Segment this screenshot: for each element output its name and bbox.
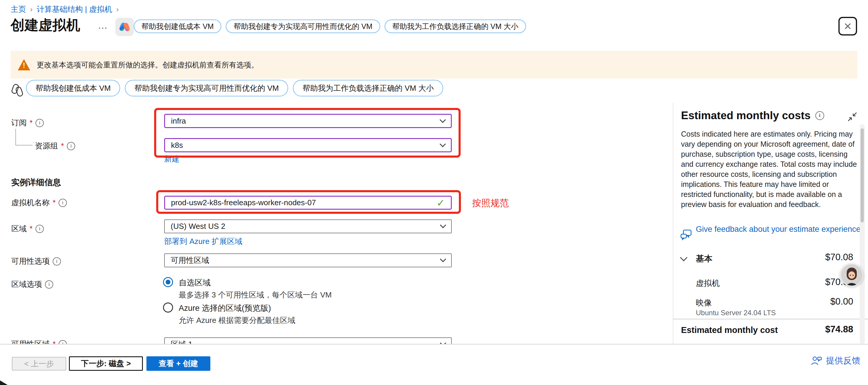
- info-icon[interactable]: i: [35, 225, 44, 233]
- info-icon[interactable]: i: [59, 199, 67, 207]
- subscription-tree-connector: [16, 129, 33, 146]
- deploy-edge-zone-link[interactable]: 部署到 Azure 扩展区域: [164, 236, 242, 247]
- panel-scrollbar-thumb[interactable]: [861, 128, 864, 222]
- copilot-icon: [119, 21, 130, 33]
- chevron-down-icon: [440, 222, 446, 228]
- subscription-dropdown[interactable]: infra: [164, 114, 452, 128]
- cost-group-basic-value: $70.08: [781, 252, 853, 263]
- vm-name-annotation-note: 按照规范: [472, 197, 509, 210]
- subscription-label-text: 订阅: [11, 118, 27, 128]
- required-asterisk: *: [61, 141, 64, 151]
- page-title: 创建虚拟机: [11, 16, 80, 35]
- close-button[interactable]: ✕: [838, 17, 857, 35]
- availability-options-dropdown[interactable]: 可用性区域: [164, 253, 452, 267]
- valid-check-icon: ✓: [437, 197, 445, 209]
- cost-group-basic-label: 基本: [696, 253, 712, 264]
- subscription-label: 订阅 * i: [11, 118, 44, 128]
- subscription-dropdown-value: infra: [171, 117, 186, 126]
- breadcrumb-separator-icon: ›: [30, 5, 33, 13]
- radio-azure-selected-zones-label[interactable]: Azure 选择的区域(预览版): [179, 303, 271, 314]
- expand-basic-group-icon[interactable]: [681, 255, 686, 260]
- region-label-text: 区域: [11, 224, 27, 234]
- availability-options-label: 可用性选项 i: [11, 256, 61, 266]
- create-vm-page: 主页 › 计算基础结构 | 虚拟机 › 创建虚拟机 … 帮助我创建低成本 VM …: [0, 0, 868, 385]
- vm-name-field: ✓: [164, 196, 452, 210]
- required-asterisk: *: [30, 118, 33, 127]
- footer-divider: [0, 344, 868, 345]
- resource-group-label: 资源组 * i: [35, 141, 75, 151]
- info-icon[interactable]: i: [53, 257, 61, 265]
- cost-panel-title: Estimated monthly costs i: [681, 109, 824, 122]
- give-feedback-link[interactable]: 提供反馈: [811, 355, 860, 367]
- copilot-suggestions-row-top: 帮助我创建低成本 VM 帮助我创建专为实现高可用性而优化的 VM 帮助我为工作负…: [134, 20, 526, 33]
- required-asterisk: *: [53, 340, 56, 344]
- info-icon[interactable]: i: [815, 111, 824, 120]
- cost-disclaimer: Costs indicated here are estimates only.…: [681, 129, 857, 210]
- cost-row-image-sub: Ubuntu Server 24.04 LTS: [696, 309, 776, 317]
- info-icon[interactable]: i: [59, 340, 67, 344]
- chevron-down-icon: [440, 117, 446, 123]
- cost-panel-title-text: Estimated monthly costs: [681, 109, 811, 122]
- warning-banner: ! 更改基本选项可能会重置所做的选择。创建虚拟机前查看所有选项。: [11, 51, 857, 79]
- radio-azure-selected-zones[interactable]: [163, 302, 173, 313]
- radio-self-selected-zones-desc: 最多选择 3 个可用性区域，每个区域一台 VM: [179, 290, 332, 300]
- vm-name-label: 虚拟机名称 * i: [11, 197, 67, 208]
- radio-self-selected-zones-label[interactable]: 自选区域: [179, 277, 211, 288]
- chevron-down-icon: [440, 256, 446, 262]
- give-feedback-label: 提供反馈: [826, 355, 860, 367]
- more-options-icon[interactable]: …: [98, 20, 108, 31]
- copilot-outline-icon: [11, 83, 24, 99]
- radio-self-selected-zones[interactable]: [163, 277, 173, 287]
- availability-options-dropdown-value: 可用性区域: [171, 255, 209, 265]
- vm-name-input[interactable]: [171, 198, 433, 207]
- info-icon[interactable]: i: [45, 280, 53, 289]
- create-new-resource-group-link[interactable]: 新建: [164, 154, 180, 164]
- cost-row-vm-label: 虚拟机: [696, 278, 720, 289]
- availability-zone-label-clip: 可用性区域 * i: [11, 338, 130, 344]
- region-dropdown-value: (US) West US 2: [171, 222, 225, 231]
- availability-zone-dropdown[interactable]: 区域 1: [164, 338, 452, 344]
- screen-overlay-corner: [0, 379, 8, 385]
- copilot-high-availability-vm-button[interactable]: 帮助我创建专为实现高可用性而优化的 VM: [125, 80, 288, 96]
- availability-zone-label: 可用性区域 * i: [11, 339, 67, 344]
- copilot-suggestions-row: 帮助我创建低成本 VM 帮助我创建专为实现高可用性而优化的 VM 帮助我为工作负…: [26, 80, 443, 96]
- estimated-monthly-cost-label: Estimated monthly cost: [681, 325, 778, 335]
- resource-group-dropdown-value: k8s: [171, 141, 183, 150]
- breadcrumb-section-link[interactable]: 计算基础结构 | 虚拟机: [37, 4, 112, 14]
- copilot-button[interactable]: [115, 18, 134, 36]
- copilot-high-availability-vm-button[interactable]: 帮助我创建专为实现高可用性而优化的 VM: [226, 20, 380, 33]
- breadcrumb-separator-icon: ›: [116, 5, 119, 13]
- panel-left-border: [673, 103, 673, 344]
- breadcrumb: 主页 › 计算基础结构 | 虚拟机 ›: [11, 4, 119, 14]
- copilot-right-size-vm-button[interactable]: 帮助我为工作负载选择正确的 VM 大小: [384, 20, 526, 33]
- region-dropdown[interactable]: (US) West US 2: [164, 219, 452, 233]
- collapse-panel-icon[interactable]: [847, 111, 858, 124]
- copilot-low-cost-vm-button[interactable]: 帮助我创建低成本 VM: [134, 20, 221, 33]
- zone-options-label: 区域选项 i: [11, 279, 53, 289]
- radio-azure-selected-zones-desc: 允许 Azure 根据需要分配最佳区域: [179, 315, 295, 326]
- previous-step-button[interactable]: < 上一步: [12, 357, 66, 371]
- radio-dot: [166, 280, 170, 285]
- close-icon: ✕: [843, 21, 852, 32]
- breadcrumb-home-link[interactable]: 主页: [11, 4, 26, 14]
- availability-zone-dropdown-value: 区域 1: [171, 339, 193, 344]
- resource-group-dropdown[interactable]: k8s: [164, 138, 452, 152]
- next-step-disks-button[interactable]: 下一步: 磁盘 >: [69, 356, 143, 371]
- info-icon[interactable]: i: [35, 119, 44, 127]
- cost-row-image-value: $0.00: [781, 296, 853, 307]
- copilot-right-size-vm-button[interactable]: 帮助我为工作负载选择正确的 VM 大小: [293, 80, 443, 96]
- chevron-down-icon: [440, 141, 446, 147]
- panel-divider: [673, 319, 868, 319]
- copilot-low-cost-vm-button[interactable]: 帮助我创建低成本 VM: [26, 80, 120, 96]
- webcam-avatar-overlay: [840, 263, 863, 287]
- required-asterisk: *: [53, 198, 56, 207]
- review-create-button[interactable]: 查看 + 创建: [147, 356, 210, 371]
- availability-options-label-text: 可用性选项: [11, 256, 50, 266]
- estimate-feedback-link[interactable]: Give feedback about your estimate experi…: [696, 224, 862, 234]
- feedback-bubbles-icon: [680, 228, 693, 244]
- warning-banner-text: 更改基本选项可能会重置所做的选择。创建虚拟机前查看所有选项。: [37, 60, 258, 70]
- info-icon[interactable]: i: [67, 142, 75, 150]
- resource-group-label-text: 资源组: [35, 141, 58, 151]
- region-label: 区域 * i: [11, 224, 44, 234]
- required-asterisk: *: [30, 224, 33, 233]
